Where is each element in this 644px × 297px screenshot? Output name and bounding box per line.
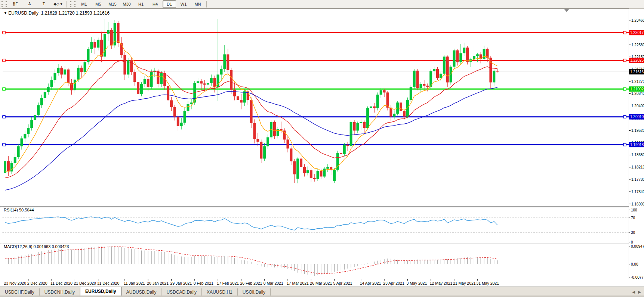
candle-body <box>370 106 372 108</box>
candle-body <box>173 107 176 117</box>
candle-body <box>147 79 150 87</box>
candle-body <box>463 48 465 53</box>
candle-body <box>360 122 362 123</box>
tab-usdcnh-daily[interactable]: USDCNH,Daily <box>40 288 80 296</box>
tab-scroll-right-icon[interactable]: ▶ <box>637 290 643 294</box>
time-axis-label: 31 Dec 2020 <box>97 281 120 285</box>
candle-body <box>107 30 110 34</box>
candle-body <box>389 108 392 117</box>
price-axis-label: 1.20840 <box>631 92 644 96</box>
candle-body <box>496 71 499 72</box>
timeframe-button-h1[interactable]: H1 <box>134 0 148 8</box>
line-drag-handle[interactable] <box>3 31 5 34</box>
candle-body <box>237 96 239 100</box>
tab-eurusd-daily[interactable]: EURUSD,Daily <box>80 287 121 296</box>
line-drag-handle[interactable] <box>623 31 626 34</box>
candle-body <box>217 75 219 88</box>
timeframe-button-mn[interactable]: MN <box>191 0 204 8</box>
candle-body <box>363 122 366 128</box>
crosshair-grid-icon[interactable]: ⣿F <box>9 0 22 8</box>
chart-title: ▼ EURUSD,Daily 1.21628 1.21720 1.21593 1… <box>4 10 110 16</box>
time-axis-label: 23 Apr 2021 <box>383 281 404 285</box>
timeframe-button-m5[interactable]: M5 <box>92 0 105 8</box>
candle-body <box>356 123 359 131</box>
timeframe-button-d1[interactable]: D1 <box>163 0 176 8</box>
timeframe-button-w1[interactable]: W1 <box>177 0 190 8</box>
tab-scroll-arrows: ◀ ▶ <box>631 288 644 296</box>
line-drag-handle[interactable] <box>3 88 5 90</box>
timeframe-button-m15[interactable]: M15 <box>106 0 119 8</box>
rsi-axis-label: 70 <box>631 216 635 220</box>
tab-usdcad-daily[interactable]: USDCAD,Daily <box>161 288 202 296</box>
candle-body <box>137 82 139 94</box>
tab-scroll-left-icon[interactable]: ◀ <box>631 290 637 294</box>
time-axis-label: 8 Feb 2021 <box>194 281 213 285</box>
candle-body <box>300 159 302 167</box>
candle-body <box>476 55 479 56</box>
time-axis-label: 20 Jan 2021 <box>147 281 169 285</box>
candle-body <box>207 83 209 85</box>
timeframe-button-m30[interactable]: M30 <box>120 0 133 8</box>
candle-body <box>64 69 66 75</box>
candle-body <box>343 145 346 154</box>
chart-window[interactable]: 1.234601.230201.225801.221501.217101.212… <box>0 9 644 287</box>
candle-body <box>386 93 389 108</box>
time-axis-label: 17 Mar 2021 <box>287 281 309 285</box>
candle-body <box>456 50 459 62</box>
candle-body <box>443 57 446 74</box>
candle-body <box>97 40 99 48</box>
tab-usdchf-daily[interactable]: USDCHF,Daily <box>0 288 40 296</box>
line-drag-handle[interactable] <box>3 59 5 62</box>
line-drag-handle[interactable] <box>623 115 626 118</box>
candle-body <box>446 57 449 83</box>
collapse-panel-icon[interactable]: ▼ <box>4 11 7 15</box>
time-axis-label: 26 Mar 2021 <box>310 281 332 285</box>
candle-body <box>34 115 36 120</box>
price-badge-label: 1.23017 <box>630 31 644 35</box>
macd-indicator-label: MACD(12,26,9) 0.001963 0.003423 <box>4 244 69 249</box>
time-axis-label: 12 May 2021 <box>430 281 453 285</box>
time-axis-label: 14 Apr 2021 <box>360 281 381 285</box>
price-axis-label: 1.17340 <box>631 190 644 194</box>
candle-body <box>7 161 10 171</box>
candle-body <box>433 69 435 71</box>
chart-canvas[interactable]: 1.234601.230201.225801.221501.217101.212… <box>0 9 644 287</box>
tab-xauusd-h1[interactable]: XAUUSD,H1 <box>202 288 238 296</box>
candle-body <box>24 134 26 139</box>
time-axis-label: 2 Dec 2020 <box>27 281 47 285</box>
tab-usoil-daily[interactable]: USOil,Daily <box>238 288 271 296</box>
candle-body <box>483 49 486 59</box>
trading-app-window: ⣿FAT◆◇ ▾ M1M5M15M30H1H4D1W1MN 1.234601.2… <box>0 0 644 297</box>
candle-body <box>416 71 419 88</box>
timeframe-button-m1[interactable]: M1 <box>77 0 91 8</box>
shapes-icon[interactable]: ◆◇ ▾ <box>51 0 65 8</box>
candle-body <box>413 71 416 87</box>
text-box-icon[interactable]: T <box>37 0 50 8</box>
rsi-axis-label: 100 <box>631 208 637 212</box>
candle-body <box>14 157 16 163</box>
candle-body <box>210 78 213 83</box>
price-axis-label: 1.20400 <box>631 104 644 108</box>
candle-body <box>187 104 189 111</box>
candle-body <box>277 129 279 136</box>
tab-audusd-daily[interactable]: AUDUSD,Daily <box>121 288 162 296</box>
line-drag-handle[interactable] <box>623 143 626 146</box>
line-drag-handle[interactable] <box>623 88 626 90</box>
symbol-tab-bar: USDCHF,DailyUSDCNH,DailyEURUSD,DailyAUDU… <box>0 287 644 296</box>
toolbar-drag-handle[interactable] <box>1 1 7 7</box>
candle-body <box>493 71 495 83</box>
candle-body <box>403 111 406 117</box>
plot-background[interactable] <box>2 9 629 279</box>
candle-body <box>37 105 40 115</box>
candle-body <box>366 108 369 128</box>
candle-body <box>110 30 113 46</box>
time-axis-label: 3 May 2021 <box>406 281 427 285</box>
text-label-icon[interactable]: A <box>23 0 36 8</box>
toolbar-drag-handle[interactable] <box>70 1 76 7</box>
line-drag-handle[interactable] <box>3 143 5 146</box>
timeframe-button-h4[interactable]: H4 <box>148 0 162 8</box>
price-badge-label: 1.21616 <box>630 70 644 74</box>
line-drag-handle[interactable] <box>623 59 626 62</box>
candle-body <box>117 23 120 43</box>
line-drag-handle[interactable] <box>3 115 5 118</box>
